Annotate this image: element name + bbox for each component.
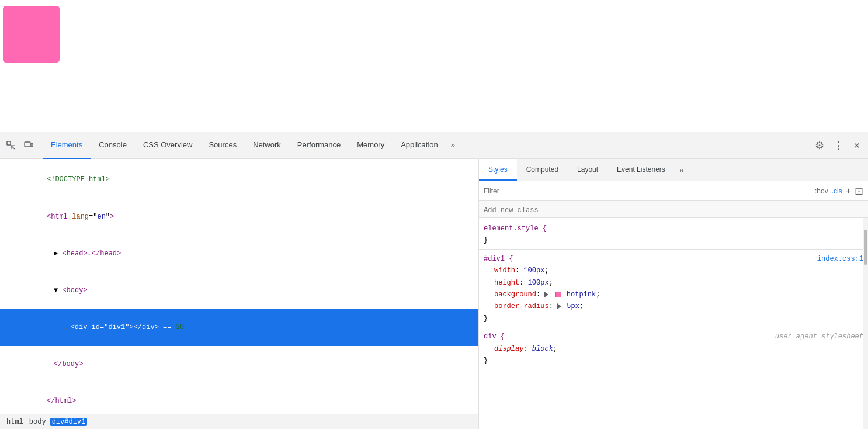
styles-toolbar-right: :hov .cls + ⊡: [815, 185, 863, 198]
styles-filter-toolbar: :hov .cls + ⊡: [479, 181, 868, 201]
add-style-button[interactable]: +: [846, 186, 851, 196]
subtab-layout[interactable]: Layout: [568, 159, 607, 181]
background-expand-icon[interactable]: [544, 292, 548, 297]
subtab-computed[interactable]: Computed: [517, 159, 568, 181]
elements-content[interactable]: <!DOCTYPE html> <html lang="en"> ▶ <head…: [0, 159, 478, 414]
kebab-menu-icon[interactable]: ⋮: [829, 137, 847, 154]
style-rule-element: element.style { }: [479, 220, 868, 249]
html-line-doctype[interactable]: <!DOCTYPE html>: [0, 161, 478, 198]
subtab-styles[interactable]: Styles: [479, 159, 517, 181]
toolbar-separator: [40, 139, 40, 153]
settings-icon[interactable]: ⚙: [811, 137, 828, 154]
style-rule-div1: #div1 { index.css:1 width: 100px; height…: [479, 249, 868, 327]
html-line-body-close[interactable]: </body>: [0, 346, 478, 383]
color-swatch[interactable]: [555, 292, 561, 297]
devtools-tabs: Elements Console CSS Overview Sources Ne…: [43, 132, 805, 159]
styles-content[interactable]: element.style { } #div1 { index.css:1 wi…: [479, 218, 868, 429]
border-radius-expand-icon[interactable]: [557, 303, 561, 309]
styles-scrollbar[interactable]: [863, 218, 868, 429]
tab-memory[interactable]: Memory: [349, 132, 393, 159]
tab-elements[interactable]: Elements: [43, 132, 91, 159]
tab-more[interactable]: »: [446, 132, 460, 159]
styles-panel: Styles Computed Layout Event Listeners »…: [479, 159, 868, 429]
html-line-div[interactable]: …<div id="div1"></div> == $0: [0, 309, 478, 346]
tab-performance[interactable]: Performance: [289, 132, 349, 159]
tab-console[interactable]: Console: [91, 132, 135, 159]
style-rule-div-useragent: div { user agent stylesheet display: blo…: [479, 327, 868, 369]
tab-css-overview[interactable]: CSS Overview: [135, 132, 201, 159]
add-class-bar: [479, 201, 868, 218]
toolbar-right-actions: ⚙ ⋮ ✕: [811, 137, 866, 154]
source-link-index-css[interactable]: index.css:1: [817, 253, 863, 265]
subtab-more-icon[interactable]: »: [675, 159, 689, 181]
styles-subtabs: Styles Computed Layout Event Listeners »: [479, 159, 868, 181]
breadcrumb-body[interactable]: body: [27, 418, 48, 426]
styles-filter-input[interactable]: [484, 187, 813, 195]
devtools-main: <!DOCTYPE html> <html lang="en"> ▶ <head…: [0, 159, 868, 429]
pink-box: [3, 6, 60, 63]
inspect-element-icon[interactable]: [2, 137, 20, 154]
subtab-event-listeners[interactable]: Event Listeners: [607, 159, 675, 181]
svg-rect-0: [7, 141, 11, 145]
breadcrumb-html[interactable]: html: [5, 418, 25, 426]
devtools-toolbar: Elements Console CSS Overview Sources Ne…: [0, 132, 868, 159]
add-class-input[interactable]: [484, 206, 863, 214]
html-line-head[interactable]: ▶ <head>…</head>: [0, 235, 478, 272]
toolbar-separator-2: [808, 139, 808, 153]
breadcrumb: html body div#div1: [0, 414, 478, 429]
display-prop: display: [494, 345, 523, 353]
styles-scrollbar-thumb[interactable]: [864, 230, 867, 265]
elements-panel: <!DOCTYPE html> <html lang="en"> ▶ <head…: [0, 159, 479, 429]
devtools-panel: Elements Console CSS Overview Sources Ne…: [0, 132, 868, 429]
tab-network[interactable]: Network: [245, 132, 289, 159]
toggle-sidebar-icon[interactable]: ⊡: [855, 185, 863, 198]
close-devtools-icon[interactable]: ✕: [848, 137, 866, 154]
tab-application[interactable]: Application: [393, 132, 446, 159]
breadcrumb-div1[interactable]: div#div1: [50, 418, 88, 426]
user-agent-label: user agent stylesheet: [775, 331, 863, 342]
page-content: [0, 0, 868, 132]
cls-button[interactable]: .cls: [832, 187, 842, 195]
device-toggle-icon[interactable]: [20, 137, 37, 154]
html-line-body[interactable]: ▼ <body>: [0, 272, 478, 309]
tab-sources[interactable]: Sources: [200, 132, 245, 159]
html-line-html-close[interactable]: </html>: [0, 383, 478, 414]
svg-rect-1: [25, 142, 30, 147]
hov-button[interactable]: :hov: [815, 187, 828, 195]
html-line-html[interactable]: <html lang="en">: [0, 198, 478, 235]
svg-rect-2: [31, 143, 33, 147]
